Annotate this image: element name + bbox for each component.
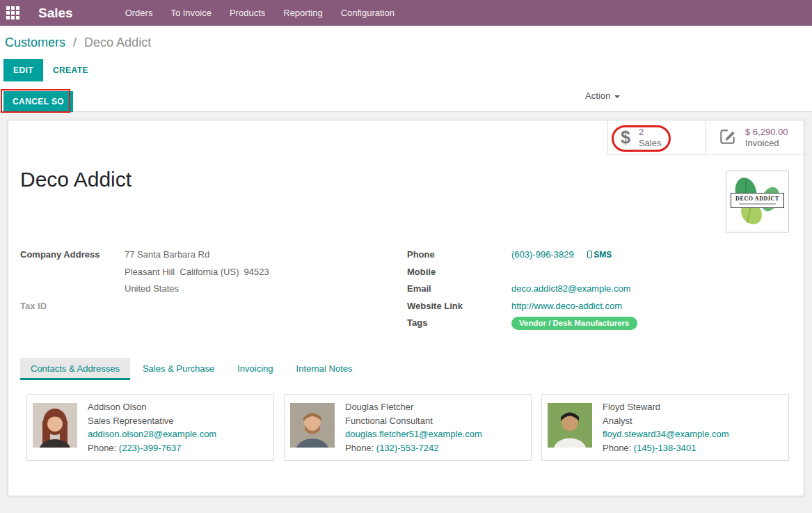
stat-button-invoiced[interactable]: $ 6,290.00 Invoiced xyxy=(706,120,804,155)
cancel-so-button[interactable]: CANCEL SO xyxy=(3,91,73,112)
contact-role: Functional Consultant xyxy=(345,414,482,428)
control-panel-buttons: EDIT CREATE xyxy=(3,59,812,81)
address-country: United States xyxy=(125,283,179,294)
dollar-icon: $ xyxy=(621,129,630,146)
contact-phone-link[interactable]: (223)-399-7637 xyxy=(119,443,182,453)
partner-fields: Company Address 77 Santa Barbara Rd Plea… xyxy=(20,246,792,332)
avatar-floyd-steward xyxy=(548,403,592,448)
menu-orders[interactable]: Orders xyxy=(116,0,162,26)
address-state: California (US) xyxy=(180,267,239,277)
top-navbar: Sales Orders To Invoice Products Reporti… xyxy=(0,0,812,26)
tab-invoicing[interactable]: Invoicing xyxy=(227,358,283,380)
contact-name: Douglas Fletcher xyxy=(345,400,482,414)
chevron-down-icon xyxy=(614,95,620,98)
apps-grid-icon[interactable] xyxy=(6,6,20,20)
phone-label: Phone xyxy=(407,246,511,264)
control-panel: Customers / Deco Addict EDIT CREATE Acti… xyxy=(0,26,812,89)
breadcrumb-customers[interactable]: Customers xyxy=(5,35,65,49)
sales-label: Sales xyxy=(639,138,662,149)
company-address-label: Company Address xyxy=(20,246,125,298)
contact-name: Floyd Steward xyxy=(603,400,729,414)
breadcrumb: Customers / Deco Addict xyxy=(5,35,812,50)
address-city: Pleasant Hill xyxy=(125,267,175,277)
contact-card-douglas-fletcher[interactable]: Douglas Fletcher Functional Consultant d… xyxy=(284,394,532,461)
edit-button[interactable]: EDIT xyxy=(3,59,43,81)
contact-phone-link[interactable]: (145)-138-3401 xyxy=(634,443,696,453)
menu-reporting[interactable]: Reporting xyxy=(274,0,331,26)
breadcrumb-separator: / xyxy=(73,35,77,49)
create-button[interactable]: CREATE xyxy=(43,60,98,81)
website-label: Website Link xyxy=(407,298,511,315)
notebook-tabs: Contacts & Addresses Sales & Purchase In… xyxy=(20,358,365,380)
contact-email-link[interactable]: addison.olson28@example.com xyxy=(88,429,216,439)
content-area: $ 2 Sales $ 6,290.00 Invoiced xyxy=(0,112,812,513)
website-link[interactable]: http://www.deco-addict.com xyxy=(511,301,622,311)
action-label: Action xyxy=(585,90,610,101)
phone-link[interactable]: (603)-996-3829 xyxy=(511,249,574,260)
email-link[interactable]: deco.addict82@example.com xyxy=(511,283,630,294)
form-sheet: $ 2 Sales $ 6,290.00 Invoiced xyxy=(8,120,804,496)
edit-pencil-icon xyxy=(719,127,737,148)
invoiced-amount: $ 6,290.00 xyxy=(745,127,788,138)
partner-name-title: Deco Addict xyxy=(20,168,132,191)
tab-sales-purchase[interactable]: Sales & Purchase xyxy=(132,358,225,380)
menu-products[interactable]: Products xyxy=(221,0,274,26)
sms-button[interactable]: SMS xyxy=(587,250,612,260)
menu-to-invoice[interactable]: To Invoice xyxy=(161,0,221,26)
logo-label: DECO ADDICT xyxy=(731,193,784,208)
main-menu: Orders To Invoice Products Reporting Con… xyxy=(116,0,404,26)
menu-configuration[interactable]: Configuration xyxy=(332,0,404,26)
avatar-addison-olson xyxy=(33,403,77,448)
avatar-douglas-fletcher xyxy=(290,403,335,448)
logo-subtext-line xyxy=(739,203,776,205)
tab-internal-notes[interactable]: Internal Notes xyxy=(286,358,363,380)
sales-count: 2 xyxy=(639,127,662,138)
mobile-phone-icon xyxy=(587,251,592,258)
tag-vendor-desk-manufacturers: Vendor / Desk Manufacturers xyxy=(511,317,637,330)
contact-phone-link[interactable]: (132)-553-7242 xyxy=(376,443,439,453)
statusbar: CANCEL SO xyxy=(0,89,812,112)
contact-role: Sales Representative xyxy=(88,414,216,428)
address-zip: 94523 xyxy=(244,267,269,277)
tags-label: Tags xyxy=(407,315,511,332)
contact-card-floyd-steward[interactable]: Floyd Steward Analyst floyd.steward34@ex… xyxy=(541,394,789,461)
action-dropdown[interactable]: Action xyxy=(585,90,620,101)
tab-contacts-addresses[interactable]: Contacts & Addresses xyxy=(20,358,130,380)
email-label: Email xyxy=(407,281,511,298)
address-street: 77 Santa Barbara Rd xyxy=(125,249,209,260)
contact-email-link[interactable]: douglas.fletcher51@example.com xyxy=(345,429,482,439)
breadcrumb-current: Deco Addict xyxy=(84,35,151,49)
contact-cards: Addison Olson Sales Representative addis… xyxy=(26,394,789,461)
mobile-label: Mobile xyxy=(407,264,511,281)
company-address-value: 77 Santa Barbara Rd Pleasant HillCalifor… xyxy=(125,246,269,298)
logo-text: DECO ADDICT xyxy=(731,196,783,202)
contact-role: Analyst xyxy=(603,414,729,428)
app-name-sales[interactable]: Sales xyxy=(38,6,73,21)
contact-phone-prefix: Phone: xyxy=(88,443,116,453)
company-logo: DECO ADDICT xyxy=(726,171,789,232)
stat-button-sales[interactable]: $ 2 Sales xyxy=(607,120,706,155)
contact-email-link[interactable]: floyd.steward34@example.com xyxy=(603,429,729,439)
contact-card-addison-olson[interactable]: Addison Olson Sales Representative addis… xyxy=(26,394,274,461)
contact-phone-prefix: Phone: xyxy=(603,443,631,453)
stat-button-box: $ 2 Sales $ 6,290.00 Invoiced xyxy=(607,120,804,155)
tax-id-label: Tax ID xyxy=(20,298,125,315)
invoiced-label: Invoiced xyxy=(745,138,788,149)
contact-name: Addison Olson xyxy=(88,400,216,414)
contact-phone-prefix: Phone: xyxy=(345,443,374,453)
